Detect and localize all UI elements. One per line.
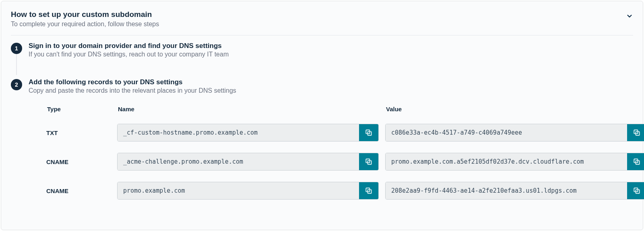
dns-value-input[interactable] [386,182,627,199]
dns-name-field [117,182,379,200]
copy-icon [365,187,373,195]
dns-name-field [117,124,379,142]
copy-button[interactable] [359,124,378,141]
copy-icon [633,158,641,166]
copy-icon [633,187,641,195]
step-connector [16,54,17,75]
step-2-body: Add the following records to your DNS se… [29,78,644,200]
dns-name-input[interactable] [118,124,359,141]
dns-type-cell: CNAME [46,187,115,194]
copy-button[interactable] [359,182,378,199]
step-1-body: Sign in to your domain provider and find… [29,42,633,58]
copy-button[interactable] [359,153,378,170]
dns-row: CNAME [46,182,644,200]
step-1-desc: If you can't find your DNS settings, rea… [29,51,633,58]
copy-button[interactable] [627,182,644,199]
dns-header-type: Type [46,106,115,112]
dns-value-input[interactable] [386,124,627,141]
panel-header: How to set up your custom subdomain To c… [1,1,643,35]
panel-header-text: How to set up your custom subdomain To c… [11,10,159,28]
chevron-down-icon[interactable] [626,12,633,21]
dns-type-cell: TXT [46,129,115,136]
copy-icon [365,129,373,137]
step-1: 1 Sign in to your domain provider and fi… [11,42,633,58]
dns-header-value: Value [385,106,644,112]
step-1-title: Sign in to your domain provider and find… [29,42,633,50]
steps-list: 1 Sign in to your domain provider and fi… [1,35,643,209]
step-2-title: Add the following records to your DNS se… [29,78,644,86]
dns-row: CNAME [46,153,644,171]
dns-name-input[interactable] [118,182,359,199]
step-2-desc: Copy and paste the records into the rele… [29,87,644,94]
dns-value-field [385,124,644,142]
step-2: 2 Add the following records to your DNS … [11,78,633,200]
dns-table: Type Name Value TXT [46,106,644,200]
setup-panel: How to set up your custom subdomain To c… [1,1,643,230]
copy-button[interactable] [627,124,644,141]
copy-icon [365,158,373,166]
dns-name-input[interactable] [118,153,359,170]
dns-value-field [385,182,644,200]
dns-name-field [117,153,379,171]
dns-value-field [385,153,644,171]
panel-title: How to set up your custom subdomain [11,10,159,19]
copy-icon [633,129,641,137]
dns-row: TXT [46,124,644,142]
dns-type-cell: CNAME [46,158,115,165]
dns-header-name: Name [117,106,383,112]
dns-headers: Type Name Value [46,106,644,112]
step-badge-1: 1 [11,43,22,54]
dns-value-input[interactable] [386,153,627,170]
panel-subtitle: To complete your required action, follow… [11,21,159,28]
step-badge-2: 2 [11,79,22,90]
copy-button[interactable] [627,153,644,170]
